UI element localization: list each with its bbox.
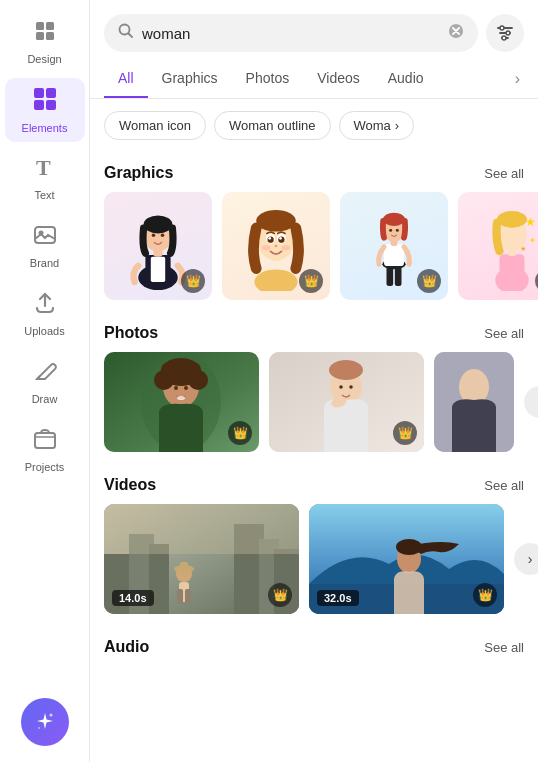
svg-point-46 bbox=[383, 213, 405, 226]
suggestion-woman-more[interactable]: Woma› bbox=[339, 111, 415, 140]
svg-point-53 bbox=[497, 211, 527, 228]
graphics-section-header: Graphics See all bbox=[90, 158, 538, 192]
graphic-item-2[interactable]: 👑 bbox=[222, 192, 330, 300]
suggestion-woman-icon[interactable]: Woman icon bbox=[104, 111, 206, 140]
svg-rect-5 bbox=[46, 88, 56, 98]
videos-section-header: Videos See all bbox=[90, 470, 538, 504]
video-duration-2: 32.0s bbox=[317, 590, 359, 606]
tab-photos[interactable]: Photos bbox=[232, 60, 304, 98]
svg-rect-0 bbox=[36, 22, 44, 30]
videos-section-title: Videos bbox=[104, 476, 156, 494]
photo-item-3[interactable] bbox=[434, 352, 514, 452]
photo-crown-2: 👑 bbox=[393, 421, 417, 445]
svg-point-64 bbox=[185, 362, 201, 378]
draw-icon bbox=[33, 359, 57, 389]
videos-see-all[interactable]: See all bbox=[484, 478, 524, 493]
tabs-next-arrow[interactable]: › bbox=[511, 66, 524, 92]
svg-rect-7 bbox=[46, 100, 56, 110]
photos-see-all[interactable]: See all bbox=[484, 326, 524, 341]
videos-row: 14.0s 👑 bbox=[90, 504, 538, 614]
svg-rect-2 bbox=[36, 32, 44, 40]
photo-item-1[interactable]: 👑 bbox=[104, 352, 259, 452]
svg-point-63 bbox=[161, 362, 177, 378]
sidebar-item-projects-label: Projects bbox=[25, 461, 65, 473]
sidebar-item-design-label: Design bbox=[27, 53, 61, 65]
video-item-2[interactable]: 32.0s 👑 bbox=[309, 504, 504, 614]
sidebar-item-uploads-label: Uploads bbox=[24, 325, 64, 337]
svg-point-27 bbox=[254, 269, 297, 291]
projects-icon bbox=[33, 427, 57, 457]
crown-badge-1: 👑 bbox=[181, 269, 205, 293]
filter-button[interactable] bbox=[486, 14, 524, 52]
tab-all[interactable]: All bbox=[104, 60, 148, 98]
tab-videos[interactable]: Videos bbox=[303, 60, 374, 98]
photos-section: Photos See all bbox=[90, 312, 538, 464]
audio-section-title: Audio bbox=[104, 638, 149, 656]
tab-audio[interactable]: Audio bbox=[374, 60, 438, 98]
clear-search-button[interactable] bbox=[448, 23, 464, 43]
svg-rect-11 bbox=[35, 433, 55, 448]
tab-graphics[interactable]: Graphics bbox=[148, 60, 232, 98]
photos-row-arrow[interactable]: › bbox=[524, 386, 538, 418]
svg-text:★: ★ bbox=[525, 215, 536, 228]
photos-section-title: Photos bbox=[104, 324, 158, 342]
sidebar-item-draw[interactable]: Draw bbox=[5, 350, 85, 414]
graphic-item-1[interactable]: 👑 bbox=[104, 192, 212, 300]
sidebar-bottom bbox=[21, 698, 69, 746]
svg-text:✦: ✦ bbox=[529, 235, 536, 245]
svg-rect-21 bbox=[151, 257, 165, 282]
videos-row-arrow[interactable]: › bbox=[514, 543, 538, 575]
sidebar-item-brand[interactable]: Brand bbox=[5, 214, 85, 278]
photo-item-2[interactable]: 👑 bbox=[269, 352, 424, 452]
search-bar bbox=[90, 0, 538, 60]
svg-point-16 bbox=[500, 26, 504, 30]
svg-rect-1 bbox=[46, 22, 54, 30]
design-icon bbox=[33, 19, 57, 49]
brand-icon bbox=[33, 223, 57, 253]
svg-rect-89 bbox=[180, 562, 188, 570]
sidebar-item-uploads[interactable]: Uploads bbox=[5, 282, 85, 346]
audio-section-header: Audio See all bbox=[90, 632, 538, 666]
video-item-1[interactable]: 14.0s 👑 bbox=[104, 504, 299, 614]
uploads-icon bbox=[33, 291, 57, 321]
sidebar-item-text[interactable]: T Text bbox=[5, 146, 85, 210]
svg-point-18 bbox=[502, 36, 506, 40]
svg-point-30 bbox=[256, 210, 296, 232]
svg-point-12 bbox=[49, 714, 52, 717]
svg-rect-43 bbox=[384, 244, 404, 266]
svg-point-36 bbox=[279, 237, 282, 240]
magic-button[interactable] bbox=[21, 698, 69, 746]
main-panel: All Graphics Photos Videos Audio › Woman… bbox=[90, 0, 538, 762]
svg-point-35 bbox=[268, 237, 271, 240]
graphics-section-title: Graphics bbox=[104, 164, 173, 182]
suggestion-woman-outline[interactable]: Woman outline bbox=[214, 111, 330, 140]
crown-badge-2: 👑 bbox=[299, 269, 323, 293]
photos-section-header: Photos See all bbox=[90, 318, 538, 352]
audio-section: Audio See all bbox=[90, 626, 538, 670]
search-input-wrap bbox=[104, 14, 478, 52]
sidebar-item-projects[interactable]: Projects bbox=[5, 418, 85, 482]
svg-rect-9 bbox=[35, 227, 55, 243]
graphic-item-4[interactable]: ★ ✦ ★ 👑 bbox=[458, 192, 538, 300]
graphics-row: 👑 bbox=[90, 192, 538, 300]
svg-point-39 bbox=[281, 245, 290, 250]
audio-see-all[interactable]: See all bbox=[484, 640, 524, 655]
svg-rect-6 bbox=[34, 100, 44, 110]
svg-point-66 bbox=[184, 386, 188, 390]
photos-row: 👑 bbox=[90, 352, 538, 452]
svg-point-24 bbox=[144, 215, 173, 233]
svg-point-65 bbox=[174, 386, 178, 390]
sidebar-item-elements-label: Elements bbox=[22, 122, 68, 134]
photo-crown-1: 👑 bbox=[228, 421, 252, 445]
search-input[interactable] bbox=[142, 25, 440, 42]
sidebar-item-elements[interactable]: Elements bbox=[5, 78, 85, 142]
video-duration-1: 14.0s bbox=[112, 590, 154, 606]
graphics-see-all[interactable]: See all bbox=[484, 166, 524, 181]
svg-point-93 bbox=[396, 539, 422, 555]
svg-point-17 bbox=[506, 31, 510, 35]
graphic-item-3[interactable]: 👑 bbox=[340, 192, 448, 300]
graphics-section: Graphics See all bbox=[90, 152, 538, 312]
sidebar-item-design[interactable]: Design bbox=[5, 10, 85, 74]
svg-point-13 bbox=[38, 727, 40, 729]
svg-point-71 bbox=[339, 385, 343, 389]
